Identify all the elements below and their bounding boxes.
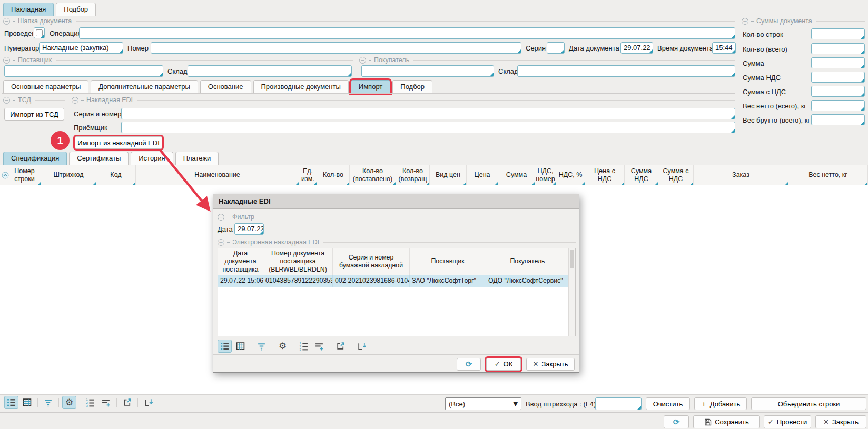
collapse-icon[interactable]: − bbox=[3, 18, 10, 25]
tab-history[interactable]: История bbox=[131, 152, 173, 165]
price-filter-select[interactable]: (Все) ▼ bbox=[445, 397, 521, 410]
column-header[interactable]: Поставщик bbox=[410, 248, 486, 275]
table-grid-icon[interactable] bbox=[20, 396, 34, 409]
numbered-list-icon[interactable]: 123 bbox=[297, 340, 311, 353]
tab-derived-docs[interactable]: Производные документы bbox=[253, 80, 349, 94]
edi-series-input[interactable] bbox=[121, 108, 735, 119]
tab-main-params[interactable]: Основные параметры bbox=[3, 80, 88, 94]
list-view-icon[interactable] bbox=[4, 396, 18, 409]
collapse-icon[interactable]: − bbox=[218, 214, 224, 221]
tab-invoice[interactable]: Накладная bbox=[3, 3, 54, 16]
scrollbar[interactable] bbox=[568, 248, 575, 336]
edi-receiver-input[interactable] bbox=[121, 122, 735, 133]
supplier-warehouse-input[interactable] bbox=[188, 65, 352, 77]
column-header[interactable]: Кол-во (возвращ bbox=[396, 165, 430, 185]
tab-import[interactable]: Импорт bbox=[351, 80, 390, 94]
collapse-icon[interactable]: − bbox=[742, 18, 748, 25]
column-header[interactable]: Вид цен bbox=[430, 165, 467, 185]
sort-icon[interactable] bbox=[2, 172, 9, 179]
collapse-icon[interactable]: − bbox=[3, 57, 10, 64]
tab-payments[interactable]: Платежи bbox=[175, 152, 219, 165]
import-edi-button[interactable]: Импорт из накладной EDI bbox=[75, 136, 162, 149]
column-header-row-number[interactable]: Номер строки bbox=[0, 165, 41, 185]
supplier-input[interactable] bbox=[4, 65, 163, 77]
totals-input-vat[interactable] bbox=[811, 72, 865, 83]
totals-input-qty[interactable] bbox=[811, 43, 865, 54]
table-grid-icon[interactable] bbox=[233, 340, 248, 353]
add-rows-icon[interactable] bbox=[312, 340, 327, 353]
column-header[interactable]: Наименование bbox=[136, 165, 299, 185]
column-header[interactable]: НДС, % bbox=[556, 165, 585, 185]
settings-gear-icon[interactable]: ⚙ bbox=[275, 340, 290, 353]
column-header[interactable]: Дата документа поставщика bbox=[218, 248, 263, 275]
totals-input-sum[interactable] bbox=[811, 57, 865, 68]
column-header[interactable]: Сумма НДС bbox=[625, 165, 658, 185]
numerator-input[interactable]: Накладные (закупка) bbox=[39, 42, 123, 54]
barcode-input[interactable] bbox=[595, 397, 642, 410]
operation-label: Операция bbox=[50, 29, 82, 37]
totals-input-rows[interactable] bbox=[811, 28, 865, 39]
totals-input-sum-vat[interactable] bbox=[811, 86, 865, 97]
list-view-icon[interactable] bbox=[218, 340, 232, 353]
tab-specification[interactable]: Спецификация bbox=[3, 152, 67, 165]
filter-date-input[interactable]: 29.07.22 bbox=[234, 223, 264, 235]
column-header[interactable]: Кол-во (поставлено) bbox=[350, 165, 396, 185]
tab-pick-2[interactable]: Подбор bbox=[392, 80, 432, 94]
totals-input-net[interactable] bbox=[811, 100, 865, 111]
buyer-warehouse-input[interactable] bbox=[517, 65, 735, 77]
filter-icon[interactable] bbox=[254, 340, 269, 353]
collapse-icon[interactable]: − bbox=[218, 239, 224, 246]
add-rows-icon[interactable] bbox=[99, 396, 113, 409]
close-button[interactable]: ✕Закрыть bbox=[815, 415, 866, 428]
add-button[interactable]: +Добавить bbox=[694, 397, 747, 410]
column-header[interactable]: Серия и номер бумажной накладной bbox=[333, 248, 410, 275]
dialog-close-button[interactable]: ✕Закрыть bbox=[526, 358, 575, 371]
buyer-input[interactable] bbox=[361, 65, 494, 77]
operation-input[interactable] bbox=[79, 27, 735, 39]
ok-button[interactable]: ✓ОК bbox=[486, 358, 521, 371]
filter-icon[interactable] bbox=[41, 396, 55, 409]
doc-time-input[interactable]: 15:44 bbox=[712, 42, 736, 54]
column-header[interactable]: Сумма bbox=[498, 165, 535, 185]
refresh-rows-icon[interactable] bbox=[354, 340, 369, 353]
post-button[interactable]: ✓Провести bbox=[764, 415, 811, 428]
clear-button[interactable]: Очистить bbox=[646, 397, 690, 410]
refresh-button[interactable]: ⟳ bbox=[457, 358, 481, 371]
save-button[interactable]: Сохранить bbox=[693, 415, 760, 428]
column-header[interactable]: Цена bbox=[467, 165, 498, 185]
collapse-icon[interactable]: − bbox=[359, 57, 366, 64]
tab-extra-params[interactable]: Дополнительные параметры bbox=[91, 80, 198, 94]
column-header[interactable]: Заказ bbox=[694, 165, 788, 185]
column-header[interactable]: Номер документа поставщика (BLRWBL/BLRDL… bbox=[263, 248, 333, 275]
refresh-button[interactable]: ⟳ bbox=[664, 415, 689, 428]
totals-input-gross[interactable] bbox=[811, 114, 865, 125]
posted-checkbox[interactable] bbox=[34, 27, 45, 38]
edi-table-row[interactable]: 29.07.22 15:06 0104385789122290353765 00… bbox=[218, 275, 575, 287]
tab-basis[interactable]: Основание bbox=[200, 80, 251, 94]
merge-rows-button[interactable]: Объединить строки bbox=[751, 397, 866, 410]
column-header[interactable]: Код bbox=[96, 165, 136, 185]
scrollbar-thumb[interactable] bbox=[570, 250, 574, 268]
import-tsd-button[interactable]: Импорт из ТСД bbox=[4, 108, 64, 121]
collapse-icon[interactable]: − bbox=[72, 97, 78, 104]
column-header[interactable]: Покупатель bbox=[486, 248, 569, 275]
column-header[interactable]: Кол-во bbox=[317, 165, 350, 185]
column-header[interactable]: Вес нетто, кг bbox=[788, 165, 868, 185]
doc-date-input[interactable]: 29.07.22 bbox=[620, 42, 653, 54]
column-header[interactable]: Цена с НДС bbox=[585, 165, 625, 185]
number-input[interactable] bbox=[151, 42, 521, 54]
column-header[interactable]: Штрихкод bbox=[41, 165, 96, 185]
refresh-rows-icon[interactable] bbox=[141, 396, 155, 409]
open-window-icon[interactable] bbox=[120, 396, 134, 409]
column-header[interactable]: Ед. изм. bbox=[299, 165, 317, 185]
settings-gear-icon[interactable]: ⚙ bbox=[62, 396, 76, 409]
column-header[interactable]: НДС, номер bbox=[535, 165, 556, 185]
series-input[interactable] bbox=[547, 42, 565, 54]
column-header[interactable]: Сумма с НДС bbox=[658, 165, 694, 185]
open-window-icon[interactable] bbox=[333, 340, 348, 353]
tab-pick[interactable]: Подбор bbox=[56, 3, 96, 16]
tab-certificates[interactable]: Сертификаты bbox=[69, 152, 129, 165]
collapse-icon[interactable]: − bbox=[3, 97, 10, 104]
totals-label: Сумма с НДС bbox=[743, 88, 786, 96]
numbered-list-icon[interactable]: 123 bbox=[83, 396, 97, 409]
